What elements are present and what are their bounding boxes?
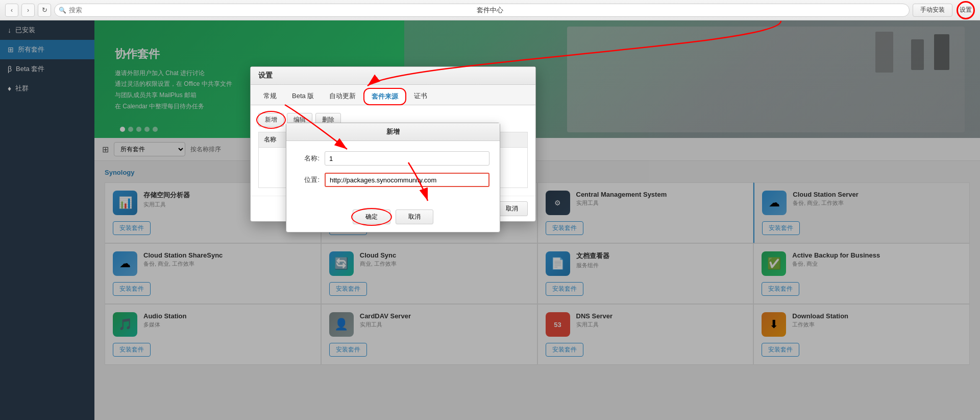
new-source-body: 名称: 位置: [286, 141, 500, 204]
new-source-confirm-button[interactable]: 确定 [353, 209, 390, 224]
location-label: 位置: [297, 175, 320, 184]
location-row: 位置: [297, 173, 489, 187]
app-title: 套件中心 [477, 6, 503, 15]
tab-auto-update[interactable]: 自动更新 [322, 88, 363, 105]
new-source-dialog: 新增 名称: 位置: 确定 取消 [286, 123, 500, 232]
tab-general[interactable]: 常规 [256, 88, 284, 105]
name-row: 名称: [297, 151, 489, 166]
name-label: 名称: [297, 154, 320, 163]
refresh-button[interactable]: ↻ [38, 4, 51, 17]
tab-beta[interactable]: Beta 版 [284, 88, 322, 105]
forward-button[interactable]: › [21, 4, 35, 17]
tab-cert[interactable]: 证书 [406, 88, 435, 105]
tab-sources[interactable]: 套件来源 [363, 88, 406, 105]
name-input[interactable] [325, 151, 489, 166]
location-input[interactable] [325, 173, 489, 187]
settings-dialog-title: 设置 [258, 71, 273, 80]
new-source-footer: 确定 取消 [286, 204, 500, 232]
add-source-button[interactable]: 新增 [258, 113, 284, 127]
new-source-title: 新增 [286, 123, 500, 141]
settings-cancel-button[interactable]: 取消 [496, 201, 528, 216]
add-btn-wrapper: 新增 [258, 113, 284, 127]
search-icon: 🔍 [59, 7, 66, 14]
confirm-btn-wrapper: 确定 [353, 209, 390, 224]
back-button[interactable]: ‹ [5, 4, 18, 17]
settings-dialog-header: 设置 [251, 67, 535, 85]
settings-dialog-tabs: 常规 Beta 版 自动更新 套件来源 证书 [251, 85, 535, 105]
manual-install-button[interactable]: 手动安装 [913, 4, 952, 17]
topbar-right: 手动安装 设置 [913, 1, 975, 19]
new-source-cancel-button[interactable]: 取消 [396, 209, 433, 224]
settings-button[interactable]: 设置 [957, 1, 975, 19]
topbar: ‹ › ↻ 🔍 套件中心 手动安装 设置 [0, 0, 980, 20]
